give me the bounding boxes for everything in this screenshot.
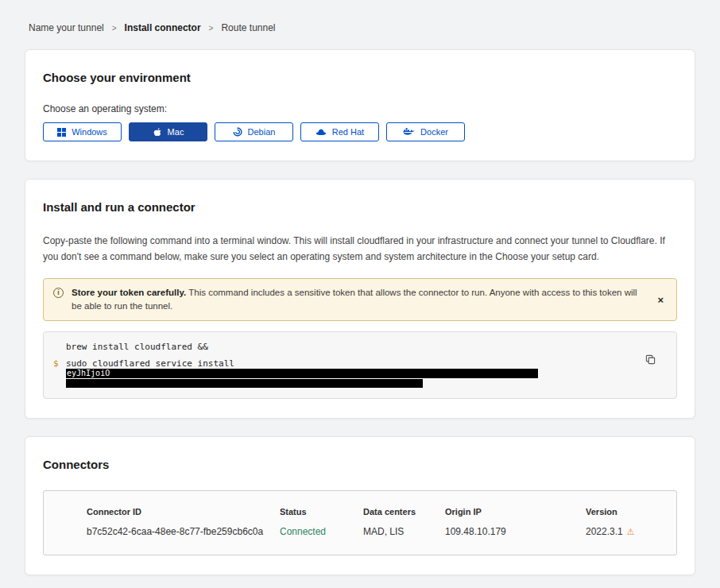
token-warning-bold: Store your token carefully. xyxy=(72,288,186,297)
os-button-mac[interactable]: Mac xyxy=(129,122,207,141)
redhat-icon xyxy=(315,128,327,137)
install-card: Install and run a connector Copy-paste t… xyxy=(25,179,695,419)
token-warning-text: Store your token carefully. This command… xyxy=(72,286,646,314)
environment-card-title: Choose your environment xyxy=(43,71,677,84)
os-button-docker[interactable]: Docker xyxy=(386,122,465,141)
install-card-title: Install and run a connector xyxy=(43,200,677,214)
col-header-status: Status xyxy=(280,507,363,516)
shell-prompt: $ xyxy=(53,358,59,369)
install-instructions: Copy-paste the following command into a … xyxy=(43,233,677,265)
os-button-group: Windows Mac Debian Red Hat xyxy=(43,122,677,141)
table-row: b7c52c42-6caa-48ee-8c77-fbe259cb6c0a Con… xyxy=(87,526,660,537)
version-value: 2022.3.1 ⚠ xyxy=(586,526,660,537)
breadcrumb-separator: > xyxy=(209,24,214,33)
close-icon[interactable]: × xyxy=(654,294,667,306)
version-number: 2022.3.1 xyxy=(586,526,623,537)
col-header-origin-ip: Origin IP xyxy=(445,507,586,516)
breadcrumb-step-route-tunnel[interactable]: Route tunnel xyxy=(221,22,275,33)
status-badge: Connected xyxy=(280,526,363,537)
os-button-label: Windows xyxy=(72,127,107,137)
breadcrumb-separator: > xyxy=(112,24,117,33)
debian-icon xyxy=(233,127,242,137)
version-warning-icon: ⚠ xyxy=(627,527,635,537)
os-button-label: Red Hat xyxy=(332,127,364,137)
token-warning-banner: i Store your token carefully. This comma… xyxy=(43,278,677,322)
breadcrumb-step-install-connector[interactable]: Install connector xyxy=(125,22,201,33)
col-header-data-centers: Data centers xyxy=(363,507,445,516)
connector-id-value: b7c52c42-6caa-48ee-8c77-fbe259cb6c0a xyxy=(87,526,280,537)
breadcrumb-step-name-your-tunnel[interactable]: Name your tunnel xyxy=(29,22,104,33)
redacted-token-line-2 xyxy=(66,379,423,388)
os-button-windows[interactable]: Windows xyxy=(43,122,122,141)
connectors-card-title: Connectors xyxy=(43,458,677,471)
docker-icon xyxy=(403,127,415,137)
col-header-version: Version xyxy=(586,507,660,516)
redacted-token-line-1: eyJhIjoiO xyxy=(66,369,538,378)
origin-ip-value: 109.48.10.179 xyxy=(445,526,586,537)
install-command-block: $ brew install cloudflared && sudo cloud… xyxy=(43,331,677,399)
apple-icon xyxy=(153,127,162,137)
os-button-label: Docker xyxy=(420,127,448,137)
copy-icon[interactable] xyxy=(644,353,657,366)
connectors-card: Connectors Connector ID Status Data cent… xyxy=(25,436,695,575)
os-button-redhat[interactable]: Red Hat xyxy=(300,122,379,141)
windows-icon xyxy=(57,128,66,137)
os-button-debian[interactable]: Debian xyxy=(215,122,293,141)
os-select-label: Choose an operating system: xyxy=(43,103,677,114)
command-line-1: brew install cloudflared && xyxy=(66,342,638,352)
token-prefix: eyJhIjoiO xyxy=(67,369,110,377)
data-centers-value: MAD, LIS xyxy=(363,526,445,537)
col-header-connector-id: Connector ID xyxy=(87,507,280,516)
command-line-2: sudo cloudflared service install xyxy=(66,358,638,369)
info-icon: i xyxy=(53,288,64,298)
os-button-label: Debian xyxy=(248,127,276,137)
os-button-label: Mac xyxy=(168,127,184,137)
breadcrumb: Name your tunnel > Install connector > R… xyxy=(29,22,695,33)
table-header-row: Connector ID Status Data centers Origin … xyxy=(87,507,660,516)
tunnel-setup-page: Name your tunnel > Install connector > R… xyxy=(0,0,720,588)
environment-card: Choose your environment Choose an operat… xyxy=(25,49,695,161)
connectors-table: Connector ID Status Data centers Origin … xyxy=(43,490,677,555)
